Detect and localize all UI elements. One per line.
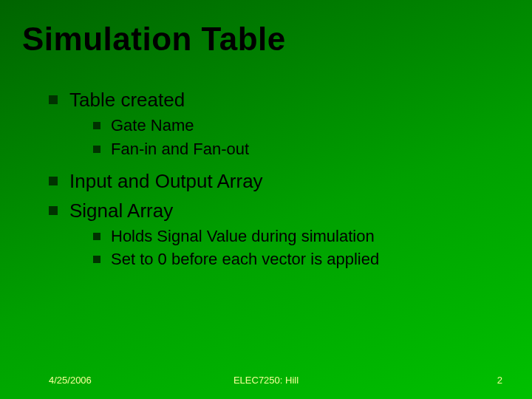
- bullet-text: Table created: [69, 89, 185, 111]
- sub-bullet-item: Holds Signal Value during simulation: [93, 225, 532, 248]
- sub-bullet-item: Gate Name: [93, 115, 532, 137]
- bullet-item: Table created Gate Name Fan-in and Fan-o…: [49, 87, 532, 166]
- bullet-list: Table created Gate Name Fan-in and Fan-o…: [49, 87, 532, 276]
- slide: Simulation Table Table created Gate Name…: [0, 0, 532, 399]
- sub-bullet-list: Gate Name Fan-in and Fan-out: [69, 113, 532, 166]
- bullet-text: Signal Array: [69, 200, 173, 222]
- slide-content: Table created Gate Name Fan-in and Fan-o…: [0, 58, 532, 276]
- sub-bullet-item: Set to 0 before each vector is applied: [93, 248, 532, 270]
- slide-title: Simulation Table: [0, 0, 532, 58]
- footer-date: 4/25/2006: [49, 375, 92, 386]
- bullet-item: Input and Output Array: [49, 168, 532, 194]
- footer-page-number: 2: [497, 375, 502, 386]
- bullet-text: Input and Output Array: [69, 170, 263, 192]
- sub-bullet-item: Fan-in and Fan-out: [93, 138, 532, 160]
- sub-bullet-list: Holds Signal Value during simulation Set…: [69, 224, 532, 276]
- bullet-item: Signal Array Holds Signal Value during s…: [49, 198, 532, 276]
- footer-center: ELEC7250: Hill: [233, 375, 299, 386]
